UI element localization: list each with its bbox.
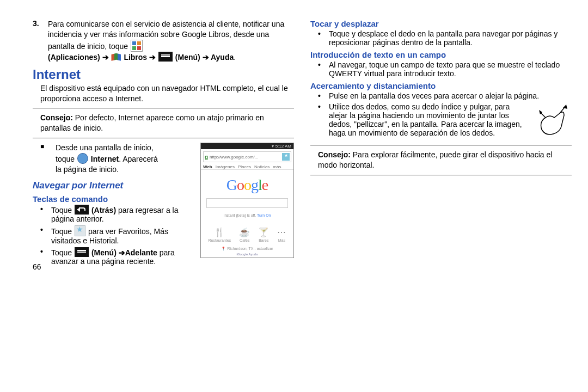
location-text: 📍 Richardson, TX - actualizar: [201, 247, 293, 251]
list-item: • Pulse en la pantalla dos veces para ac…: [310, 91, 572, 100]
cmd-item: • Toque (Atrás) para regresar a la págin…: [33, 205, 195, 223]
step-text: Para comunicarse con el servicio de asis…: [48, 19, 294, 52]
more-icon: ⋯: [277, 227, 286, 237]
globe-icon: [77, 153, 88, 164]
google-search-box: [206, 198, 288, 208]
start-step: ■ Desde una pantalla de inicio, toque In…: [33, 143, 195, 175]
divider: [33, 108, 294, 108]
bullet-square: ■: [40, 143, 56, 175]
tip-2: Consejo: Para explorar fácilmente, puede…: [310, 150, 572, 170]
bookmark-icon: ★: [282, 153, 290, 161]
step-3: 3. Para comunicarse con el servicio de a…: [33, 19, 294, 63]
list-item: • Utilice dos dedos, como su dedo índice…: [310, 102, 572, 140]
list-item: • Toque y desplace el dedo en la pantall…: [310, 29, 572, 47]
step-number: 3.: [33, 19, 48, 63]
step-path: (Aplicaciones) ➔ Libros ➔ (Menú) ➔ Ayuda…: [48, 52, 294, 63]
heading-internet: Internet: [33, 67, 294, 82]
instant-text: Instant (beta) is off. Turn On: [201, 213, 293, 217]
back-icon: [75, 205, 89, 215]
list-item: • Al navegar, toque un campo de texto pa…: [310, 60, 572, 78]
heading-texto: Introducción de texto en un campo: [310, 50, 572, 59]
bars-icon: 🍸: [258, 227, 269, 237]
cmd-item: • Toque (Menú) ➔Adelante para avanzar a …: [33, 247, 195, 266]
google-logo: Google: [201, 176, 293, 194]
divider: [33, 138, 294, 138]
tip-1: Consejo: Por defecto, Internet aparece c…: [33, 113, 294, 133]
wifi-icon: ▾: [272, 144, 274, 149]
menu-icon: [75, 247, 89, 257]
cafes-icon: ☕: [239, 227, 250, 237]
heading-zoom: Acercamiento y distanciamiento: [310, 81, 572, 90]
phone-screenshot: ▾ 5:12 AM g http://www.google.com/... ★ …: [200, 143, 294, 258]
phone-status-bar: ▾ 5:12 AM: [201, 143, 293, 149]
page-number: 66: [33, 262, 41, 271]
restaurants-icon: 🍴: [209, 227, 231, 237]
phone-url-bar: g http://www.google.com/... ★: [203, 151, 291, 162]
google-g-icon: g: [205, 154, 208, 160]
cmd-item: • Toque para ver Favoritos, Más visitado…: [33, 225, 195, 245]
intro-text: El dispositivo está equipado con un nave…: [33, 83, 294, 104]
divider: [310, 175, 572, 175]
divider: [310, 145, 572, 145]
footer-links: iGoogle Ayuda: [201, 253, 293, 256]
category-row: 🍴Restaurantes ☕Cafés 🍸Bares ⋯Más: [201, 227, 293, 244]
books-icon: [111, 53, 121, 61]
heading-tocar: Tocar y desplazar: [310, 19, 572, 28]
phone-tabs: Web Imágenes Places Noticias más: [201, 164, 293, 170]
favorites-icon: [75, 225, 85, 236]
menu-icon: [158, 52, 173, 62]
pinch-icon: [534, 102, 572, 140]
apps-icon: [131, 40, 143, 52]
